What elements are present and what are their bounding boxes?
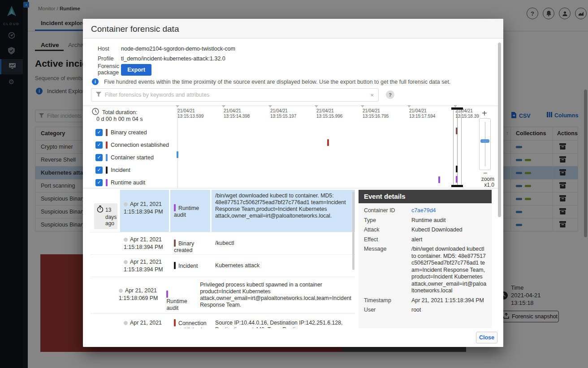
package-label: Forensicpackage <box>98 63 119 76</box>
checkbox-checked[interactable]: ✓ <box>95 154 103 161</box>
event-details-panel: Event details Container IDc7ae79d4 TypeR… <box>359 190 492 328</box>
detail-label: Effect <box>364 236 411 244</box>
axis-tick: 21/04/2113:15:15.996 <box>316 108 342 119</box>
total-duration-row: Total duration: <box>92 108 138 116</box>
selection-center-line <box>457 110 458 186</box>
duration-value: 0 d 00 h 00 m 04 s <box>96 116 143 122</box>
divider <box>83 106 499 106</box>
forensics-filter-input[interactable] <box>105 92 367 98</box>
detail-label: Message <box>364 246 411 295</box>
event-row-selected[interactable]: 13 days ago Apr 21, 2021 1:15:18:394 PM … <box>91 190 355 232</box>
zoom-in-button[interactable]: + <box>482 108 487 119</box>
profile-value: tl_demo/incident-kubernetes-attack:1.32.… <box>121 56 225 62</box>
profile-label: Profile <box>98 56 113 62</box>
marker-incident[interactable] <box>456 166 458 172</box>
info-icon: i <box>92 78 99 85</box>
legend-color-chip <box>106 167 108 174</box>
checkbox-checked[interactable]: ✓ <box>95 141 103 149</box>
modal-header: Container forensic data <box>83 19 503 39</box>
detail-label: User <box>364 307 411 314</box>
export-button[interactable]: Export <box>121 64 151 76</box>
tick-marker-icon <box>268 105 272 107</box>
checkbox-checked[interactable]: ✓ <box>95 179 103 186</box>
host-label: Host <box>98 46 109 52</box>
legend-container-started[interactable]: ✓ Container started <box>95 154 154 161</box>
event-row[interactable]: Apr 21, 2021 1:15:18:069 PM Runtime audi… <box>91 277 355 313</box>
gridline <box>177 108 178 188</box>
forensics-filter[interactable]: × <box>91 88 379 102</box>
clear-filter-icon[interactable]: × <box>370 92 374 98</box>
modal-title: Container forensic data <box>91 24 179 34</box>
legend-runtime-audit[interactable]: ✓ Runtime audit <box>95 179 145 186</box>
event-dot-icon <box>119 289 123 293</box>
time-ago-badge: 13 days ago <box>94 203 117 229</box>
selection-top-handle[interactable] <box>451 107 463 110</box>
axis-tick: 21/04/2113:15:16.795 <box>363 108 389 119</box>
container-id-link[interactable]: c7ae79d4 <box>411 207 487 214</box>
event-type-chip <box>174 204 176 211</box>
legend-connection-established[interactable]: ✓ Connection established <box>95 141 169 149</box>
marker-runtime-audit[interactable] <box>456 176 458 183</box>
detail-label: Type <box>364 217 411 224</box>
marker-runtime-audit[interactable] <box>438 176 440 183</box>
event-dot-icon <box>124 238 128 242</box>
events-list: 13 days ago Apr 21, 2021 1:15:18:394 PM … <box>91 190 355 328</box>
legend-color-chip <box>106 129 108 136</box>
tick-marker-icon <box>222 105 225 107</box>
event-row[interactable]: Apr 21, 2021 1:15:18:394 PM Incident Kub… <box>91 254 355 277</box>
tick-marker-icon <box>176 105 179 107</box>
modal-info-row: i Five hundred events within the time pr… <box>92 78 486 85</box>
event-dot-icon <box>124 321 128 325</box>
checkbox-checked[interactable]: ✓ <box>95 129 103 136</box>
event-type-chip <box>174 240 176 247</box>
tick-marker-icon <box>361 105 364 107</box>
stopwatch-icon <box>97 205 104 214</box>
app: CLOUD ⚙ › Monitor / Runtime Incident exp… <box>0 0 588 368</box>
selection-left-edge[interactable] <box>453 110 454 186</box>
duration-label: Total duration: <box>102 109 138 116</box>
detail-label: Timestamp <box>364 297 411 304</box>
event-details-title: Event details <box>359 190 492 203</box>
zoom-level-label: zoom x1.0 <box>468 176 496 188</box>
legend-binary-created[interactable]: ✓ Binary created <box>95 129 147 136</box>
marker-container-started[interactable] <box>177 151 178 158</box>
axis-tick: 21/04/2113:15:14.398 <box>224 108 250 119</box>
modal-info-text: Five hundred events within the time prox… <box>104 79 450 85</box>
modal-footer: Close <box>83 328 503 347</box>
marker-connection-established[interactable] <box>327 139 329 146</box>
host-value: node-demo2104-sgordon-demo-twistlock-com <box>121 46 235 52</box>
event-type-chip <box>166 291 168 298</box>
zoom-slider[interactable]: ... <box>479 118 491 170</box>
events-scrollbar[interactable] <box>352 192 355 270</box>
modal-scrollbar[interactable] <box>498 43 501 217</box>
detail-label: Attack <box>364 227 411 234</box>
tick-marker-icon <box>407 105 411 107</box>
axis-tick: 21/04/2113:15:15.197 <box>270 108 296 119</box>
close-button[interactable]: Close <box>476 332 497 343</box>
event-dot-icon <box>124 260 128 264</box>
filter-help-icon[interactable]: ? <box>386 90 394 99</box>
selection-bottom-handle[interactable] <box>451 185 463 187</box>
selection-right-edge[interactable] <box>461 110 462 186</box>
legend-color-chip <box>106 141 108 149</box>
timeline-plot[interactable]: 21/04/2113:15:13.599 21/04/2113:15:14.39… <box>175 107 468 188</box>
axis-tick: 21/04/2113:15:18.39 <box>455 108 479 119</box>
forensic-modal: Container forensic data Host node-demo21… <box>83 19 503 347</box>
divider <box>83 188 499 188</box>
funnel-icon <box>96 92 101 98</box>
legend-color-chip <box>106 179 108 186</box>
tick-marker-icon <box>315 105 318 107</box>
event-dot-icon <box>124 202 128 206</box>
marker-binary-created[interactable] <box>456 128 458 134</box>
event-type-chip <box>174 319 176 326</box>
event-row[interactable]: Apr 21, 2021 1:15:18:394 PM Binary creat… <box>91 232 355 254</box>
event-type-chip <box>174 262 176 269</box>
event-row[interactable]: Apr 21, 2021 1:15:16:157 PM Connection e… <box>91 313 355 328</box>
legend-incident[interactable]: ✓ Incident <box>95 167 130 174</box>
zoom-slider-thumb[interactable]: ... <box>480 139 489 143</box>
checkbox-checked[interactable]: ✓ <box>95 167 103 174</box>
detail-label: Container ID <box>364 207 411 214</box>
axis-tick: 21/04/2113:15:17.594 <box>409 108 435 119</box>
legend-color-chip <box>106 154 108 161</box>
duration-clock-icon <box>92 108 99 116</box>
